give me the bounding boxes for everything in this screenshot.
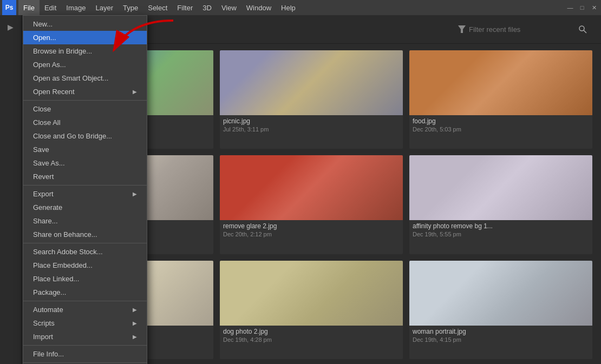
grid-item-info: affinity photo remove bg 1... Dec 19th, … <box>409 220 592 241</box>
menu-item-file-info[interactable]: File Info... <box>23 347 147 361</box>
menu-file[interactable]: File <box>18 0 40 15</box>
grid-item-name: picnic.jpg <box>223 117 400 125</box>
thumbnail-image <box>220 261 403 326</box>
left-panel: ▶ <box>0 15 22 364</box>
menu-view[interactable]: View <box>217 0 241 15</box>
menu-item-generate[interactable]: Generate <box>23 201 147 214</box>
menu-item-share-behance[interactable]: Share on Behance... <box>23 228 147 241</box>
thumbnail-image <box>220 155 403 220</box>
file-dropdown-menu: New... Open... Browse in Bridge... Open … <box>23 15 147 364</box>
menu-select[interactable]: Select <box>143 0 172 15</box>
filter-input[interactable] <box>469 25 566 34</box>
grid-item-info: remove glare 2.jpg Dec 20th, 2:12 pm <box>220 220 403 241</box>
menu-item-open-as[interactable]: Open As... <box>23 58 147 71</box>
grid-item-name: food.jpg <box>413 117 589 125</box>
menu-image[interactable]: Image <box>61 0 90 15</box>
menu-item-close-all[interactable]: Close All <box>23 116 147 129</box>
window-controls: — □ ✕ <box>565 3 599 12</box>
maximize-button[interactable]: □ <box>577 3 587 12</box>
grid-item[interactable]: picnic.jpg Jul 25th, 3:11 pm <box>220 50 403 149</box>
menu-item-scripts[interactable]: Scripts ▶ <box>23 316 147 330</box>
grid-thumbnail <box>409 50 592 115</box>
minimize-button[interactable]: — <box>565 3 575 12</box>
grid-item-name: dog photo 2.jpg <box>223 328 400 335</box>
menu-item-save[interactable]: Save <box>23 143 147 156</box>
thumbnail-image <box>220 50 403 115</box>
grid-item-date: Dec 19th, 4:28 pm <box>223 336 400 343</box>
filter-area <box>458 25 566 34</box>
menu-edit[interactable]: Edit <box>40 0 61 15</box>
menu-item-close-bridge[interactable]: Close and Go to Bridge... <box>23 129 147 143</box>
separator-1 <box>23 100 147 101</box>
menu-item-open-recent[interactable]: Open Recent ▶ <box>23 85 147 98</box>
menu-help[interactable]: Help <box>276 0 300 15</box>
search-button[interactable] <box>573 19 592 39</box>
grid-item[interactable]: dog photo 2.jpg Dec 19th, 4:28 pm <box>220 261 403 359</box>
submenu-arrow: ▶ <box>133 89 137 95</box>
grid-item-date: Dec 19th, 4:15 pm <box>413 336 589 343</box>
grid-item-info: woman portrait.jpg Dec 19th, 4:15 pm <box>409 326 592 346</box>
grid-item[interactable]: affinity photo remove bg 1... Dec 19th, … <box>409 155 592 254</box>
grid-item-date: Dec 20th, 5:03 pm <box>413 126 589 133</box>
app-icon: Ps <box>2 0 16 15</box>
menu-item-share[interactable]: Share... <box>23 214 147 228</box>
scripts-arrow: ▶ <box>133 320 137 326</box>
grid-item-info: food.jpg Dec 20th, 5:03 pm <box>409 115 592 136</box>
grid-thumbnail <box>220 50 403 115</box>
menu-item-automate[interactable]: Automate ▶ <box>23 303 147 316</box>
grid-item[interactable]: woman portrait.jpg Dec 19th, 4:15 pm <box>409 261 592 359</box>
export-arrow: ▶ <box>133 191 137 197</box>
menu-item-place-embedded[interactable]: Place Embedded... <box>23 259 147 272</box>
menu-item-browse[interactable]: Browse in Bridge... <box>23 44 147 58</box>
menu-item-place-linked[interactable]: Place Linked... <box>23 272 147 286</box>
grid-thumbnail <box>220 155 403 220</box>
menu-item-save-as[interactable]: Save As... <box>23 156 147 170</box>
close-button[interactable]: ✕ <box>589 3 599 12</box>
filter-icon <box>458 25 466 33</box>
grid-item[interactable]: remove glare 2.jpg Dec 20th, 2:12 pm <box>220 155 403 254</box>
left-tool-1[interactable]: ▶ <box>2 18 19 36</box>
grid-item-date: Dec 20th, 2:12 pm <box>223 231 400 237</box>
grid-item-date: Jul 25th, 3:11 pm <box>223 126 400 133</box>
import-arrow: ▶ <box>133 334 137 340</box>
menu-item-export[interactable]: Export ▶ <box>23 187 147 201</box>
menu-layer[interactable]: Layer <box>91 0 119 15</box>
menu-item-close[interactable]: Close <box>23 102 147 116</box>
grid-item-name: woman portrait.jpg <box>413 328 589 335</box>
separator-3 <box>23 243 147 243</box>
menu-item-open[interactable]: Open... <box>23 31 147 44</box>
thumbnail-image <box>409 261 592 326</box>
thumbnail-image <box>409 50 592 115</box>
grid-thumbnail <box>409 261 592 326</box>
grid-thumbnail <box>220 261 403 326</box>
automate-arrow: ▶ <box>133 307 137 313</box>
separator-4 <box>23 301 147 301</box>
grid-item-info: dog photo 2.jpg Dec 19th, 4:28 pm <box>220 326 403 346</box>
menu-item-import[interactable]: Import ▶ <box>23 330 147 343</box>
menu-window[interactable]: Window <box>241 0 276 15</box>
svg-point-8 <box>579 26 584 31</box>
separator-2 <box>23 185 147 186</box>
thumbnail-image <box>409 155 592 220</box>
menu-type[interactable]: Type <box>118 0 143 15</box>
svg-line-9 <box>584 30 586 33</box>
menu-3d[interactable]: 3D <box>198 0 217 15</box>
menu-item-package[interactable]: Package... <box>23 286 147 299</box>
separator-5 <box>23 345 147 346</box>
menu-bar: Ps File Edit Image Layer Type Select Fil… <box>0 0 601 15</box>
menu-filter[interactable]: Filter <box>172 0 198 15</box>
grid-item[interactable]: food.jpg Dec 20th, 5:03 pm <box>409 50 592 149</box>
grid-item-name: affinity photo remove bg 1... <box>413 222 589 230</box>
grid-item-date: Dec 19th, 5:55 pm <box>413 231 589 237</box>
grid-thumbnail <box>409 155 592 220</box>
menu-item-revert[interactable]: Revert <box>23 170 147 183</box>
svg-marker-7 <box>458 25 466 33</box>
menu-item-open-smart[interactable]: Open as Smart Object... <box>23 71 147 85</box>
menu-item-new[interactable]: New... <box>23 17 147 31</box>
menu-item-stock[interactable]: Search Adobe Stock... <box>23 245 147 259</box>
grid-item-name: remove glare 2.jpg <box>223 222 400 230</box>
separator-6 <box>23 362 147 363</box>
grid-item-info: picnic.jpg Jul 25th, 3:11 pm <box>220 115 403 136</box>
